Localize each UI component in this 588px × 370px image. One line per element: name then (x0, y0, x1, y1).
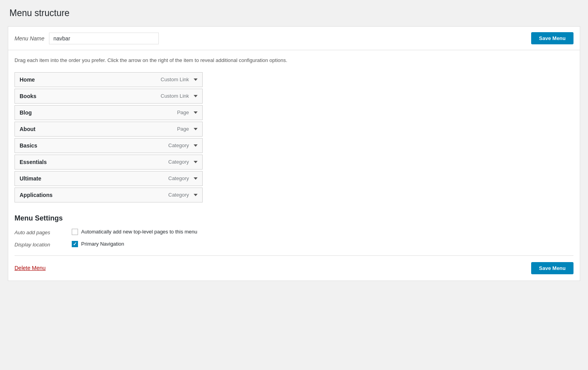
menu-item-home-type: Custom Link (161, 77, 189, 82)
menu-item-basics-right: Category (168, 142, 198, 148)
display-location-row: Display location Primary Navigation (15, 241, 573, 248)
menu-item-ultimate-name: Ultimate (20, 175, 41, 182)
menu-item-ultimate-right: Category (168, 175, 198, 181)
menu-item-blog-type: Page (177, 109, 189, 115)
page-title: Menu structure (8, 8, 580, 18)
menu-item-books-chevron[interactable] (194, 95, 198, 97)
save-menu-button-top[interactable]: Save Menu (531, 32, 573, 44)
menu-item-applications-chevron[interactable] (194, 194, 198, 196)
menu-item-home-name: Home (20, 77, 35, 83)
menu-item-about[interactable]: About Page (15, 122, 203, 137)
save-menu-button-bottom[interactable]: Save Menu (531, 262, 573, 274)
menu-item-books-type: Custom Link (161, 93, 189, 99)
menu-item-basics[interactable]: Basics Category (15, 138, 203, 153)
menu-item-home[interactable]: Home Custom Link (15, 72, 203, 87)
auto-add-control: Automatically add new top-level pages to… (72, 229, 197, 235)
menu-item-essentials-type: Category (168, 159, 189, 165)
menu-item-essentials-right: Category (168, 159, 198, 165)
auto-add-checkbox[interactable] (72, 229, 78, 235)
menu-item-basics-type: Category (168, 142, 189, 148)
menu-item-about-type: Page (177, 126, 189, 132)
menu-item-about-right: Page (177, 126, 198, 132)
auto-add-pages-row: Auto add pages Automatically add new top… (15, 229, 573, 235)
display-location-checkbox[interactable] (72, 241, 78, 247)
menu-item-books[interactable]: Books Custom Link (15, 89, 203, 104)
menu-item-applications-right: Category (168, 192, 198, 198)
menu-items-list: Home Custom Link Books Custom Link Blog … (15, 72, 203, 202)
display-location-text: Primary Navigation (81, 241, 124, 247)
menu-name-input[interactable] (49, 33, 159, 44)
menu-item-applications-type: Category (168, 192, 189, 198)
menu-item-blog-name: Blog (20, 109, 32, 116)
menu-item-blog[interactable]: Blog Page (15, 105, 203, 120)
delete-menu-button[interactable]: Delete Menu (15, 265, 45, 271)
drag-instruction: Drag each item into the order you prefer… (15, 57, 573, 64)
menu-item-essentials-name: Essentials (20, 159, 47, 165)
menu-item-ultimate[interactable]: Ultimate Category (15, 171, 203, 186)
auto-add-text: Automatically add new top-level pages to… (81, 229, 197, 235)
menu-item-applications-name: Applications (20, 192, 53, 198)
page-container: Menu structure Menu Name Save Menu Drag … (8, 8, 580, 281)
menu-item-about-name: About (20, 126, 35, 132)
menu-item-essentials[interactable]: Essentials Category (15, 155, 203, 170)
menu-settings-section: Menu Settings Auto add pages Automatical… (15, 214, 573, 248)
menu-item-home-chevron[interactable] (194, 78, 198, 81)
menu-item-blog-chevron[interactable] (194, 111, 198, 114)
menu-item-ultimate-type: Category (168, 175, 189, 181)
menu-item-applications[interactable]: Applications Category (15, 188, 203, 202)
menu-item-about-chevron[interactable] (194, 128, 198, 130)
menu-name-label: Menu Name (15, 35, 44, 42)
menu-item-basics-chevron[interactable] (194, 144, 198, 147)
menu-item-blog-right: Page (177, 109, 198, 115)
menu-item-essentials-chevron[interactable] (194, 161, 198, 163)
menu-item-home-right: Custom Link (161, 77, 198, 82)
menu-item-books-right: Custom Link (161, 93, 198, 99)
menu-item-basics-name: Basics (20, 142, 37, 149)
auto-add-label: Auto add pages (15, 229, 65, 235)
menu-footer: Delete Menu Save Menu (15, 255, 573, 274)
menu-settings-title: Menu Settings (15, 214, 573, 222)
menu-item-ultimate-chevron[interactable] (194, 177, 198, 180)
menu-header: Menu Name Save Menu (8, 26, 580, 50)
display-location-control: Primary Navigation (72, 241, 124, 247)
display-location-label: Display location (15, 241, 65, 248)
menu-item-books-name: Books (20, 93, 36, 99)
menu-body: Drag each item into the order you prefer… (8, 50, 580, 281)
